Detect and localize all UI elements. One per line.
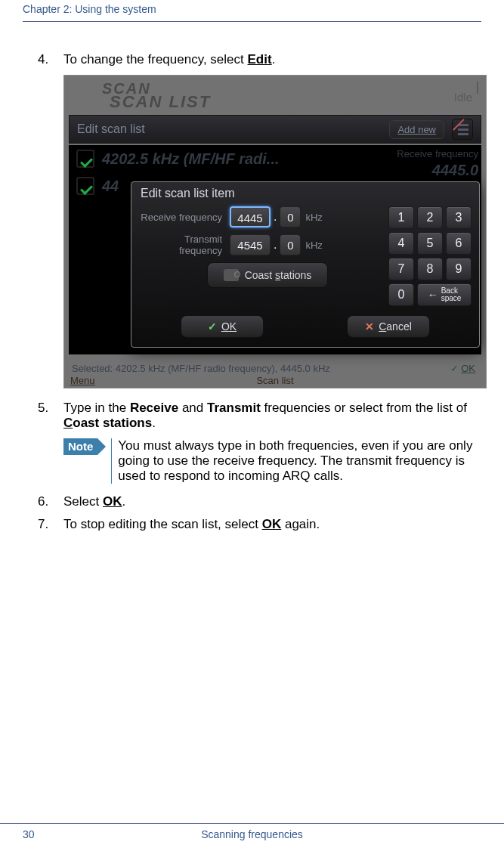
key-8[interactable]: 8: [417, 258, 443, 280]
step-body: To change the frequency, select Edit.: [63, 52, 481, 67]
dot: .: [274, 210, 277, 224]
numeric-keypad: 1 2 3 4 5 6 7 8 9 0 ← Backspace: [388, 206, 472, 306]
ok-keyword: OK: [103, 494, 122, 509]
checkbox-checked-icon[interactable]: [76, 177, 94, 195]
step-body: Type in the Receive and Transmit frequen…: [63, 401, 481, 431]
edit-keyword: Edit: [248, 52, 272, 67]
list-item-label: 44: [102, 178, 119, 195]
page-content: 4. To change the frequency, select Edit.…: [0, 22, 504, 532]
cancel-label: Cancel: [379, 320, 412, 333]
transmit-frequency-row: Transmit frequency 4545 . 0 kHz: [139, 234, 376, 256]
coast-stations-icon: [224, 269, 239, 281]
rx-decimal-input[interactable]: 0: [280, 206, 301, 227]
text: .: [152, 416, 156, 430]
key-backspace[interactable]: ← Backspace: [417, 283, 472, 306]
list-item-label: 4202.5 kHz (MF/HF radi...: [102, 150, 280, 168]
tx-main-input[interactable]: 4545: [230, 234, 271, 255]
page-footer: 30 Scanning frequencies: [0, 823, 504, 840]
edit-scan-list-item-dialog: Edit scan list item Receive frequency 44…: [131, 181, 480, 348]
cancel-button[interactable]: ✕ Cancel: [347, 315, 430, 338]
receive-keyword: Receive: [130, 401, 178, 415]
ghost-rx-value: 4445.0: [432, 162, 478, 179]
scanlist-softkey[interactable]: Scan list: [256, 375, 293, 386]
coast-keyword: Coast stations: [63, 416, 152, 430]
rx-main-input[interactable]: 4445: [230, 206, 271, 227]
ok-label: OK: [221, 320, 237, 333]
key-6[interactable]: 6: [446, 232, 472, 255]
status-idle: Idle: [454, 91, 472, 104]
key-4[interactable]: 4: [388, 232, 414, 255]
unit-khz: kHz: [305, 212, 322, 223]
key-3[interactable]: 3: [446, 206, 472, 229]
footer-title: Scanning frequencies: [201, 828, 303, 840]
ghost-rx-label: Receive frequency: [397, 148, 478, 159]
note-block: Note You must always type in both freque…: [63, 438, 481, 484]
step-7: 7. To stop editing the scan list, select…: [38, 517, 481, 532]
x-icon: ✕: [365, 320, 374, 333]
antenna-icon: [474, 82, 481, 101]
ok-keyword: OK: [262, 517, 282, 531]
menu-softkey[interactable]: Menu: [70, 375, 95, 386]
step-6: 6. Select OK.: [38, 494, 481, 509]
key-0[interactable]: 0: [388, 283, 414, 306]
key-9[interactable]: 9: [446, 258, 472, 280]
backspace-arrow-icon: ←: [428, 289, 438, 301]
text: frequencies or select from the list of: [261, 401, 467, 415]
ok-button[interactable]: ✓ OK: [181, 315, 264, 338]
text: To change the frequency, select: [63, 52, 248, 67]
step-number: 7.: [38, 517, 63, 532]
key-1[interactable]: 1: [388, 206, 414, 229]
selection-status: Selected: 4202.5 kHz (MF/HF radio freque…: [72, 363, 478, 374]
dot: .: [274, 238, 277, 252]
rx-label: Receive frequency: [139, 212, 228, 223]
tx-decimal-input[interactable]: 0: [280, 234, 301, 255]
selected-value: 4202.5 kHz (MF/HF radio frequency), 4445…: [116, 363, 330, 374]
bg-scanlist-label: SCAN LIST: [110, 92, 211, 112]
edit-scan-list-bar: Edit scan list Add new: [69, 115, 481, 144]
text: again.: [281, 517, 320, 531]
step-number: 5.: [38, 401, 63, 431]
unit-khz: kHz: [305, 240, 322, 251]
selected-label: Selected:: [72, 363, 113, 374]
page-number: 30: [23, 828, 35, 840]
chapter-header: Chapter 2: Using the system: [0, 0, 504, 21]
text: Type in the: [63, 401, 130, 415]
step-5: 5. Type in the Receive and Transmit freq…: [38, 401, 481, 431]
key-2[interactable]: 2: [417, 206, 443, 229]
text: and: [178, 401, 207, 415]
step-body: To stop editing the scan list, select OK…: [63, 517, 481, 532]
check-icon: ✓: [208, 320, 217, 333]
note-tag: Note: [63, 438, 97, 455]
tx-label: Transmit frequency: [139, 234, 228, 256]
note-text: You must always type in both frequencies…: [111, 438, 481, 484]
text: .: [272, 52, 276, 67]
step-number: 6.: [38, 494, 63, 509]
transmit-keyword: Transmit: [207, 401, 261, 415]
ok-ghost[interactable]: OK: [450, 363, 475, 374]
editbar-title: Edit scan list: [77, 122, 145, 136]
text: .: [122, 494, 125, 509]
key-7[interactable]: 7: [388, 258, 414, 280]
coast-stations-label: Coast stations: [245, 269, 312, 281]
dialog-title: Edit scan list item: [131, 182, 479, 205]
coast-stations-button[interactable]: Coast stations: [207, 262, 328, 288]
key-5[interactable]: 5: [417, 232, 443, 255]
list-disable-icon[interactable]: [452, 119, 473, 140]
text: Select: [63, 494, 103, 509]
receive-frequency-row: Receive frequency 4445 . 0 kHz: [139, 206, 376, 227]
device-screenshot: SCAN SCAN LIST Idle Edit scan list Add n…: [63, 75, 487, 388]
text: To stop editing the scan list, select: [63, 517, 262, 531]
step-body: Select OK.: [63, 494, 481, 509]
backspace-label: Backspace: [441, 287, 462, 302]
step-number: 4.: [38, 52, 63, 67]
step-4: 4. To change the frequency, select Edit.: [38, 52, 481, 67]
add-new-button[interactable]: Add new: [389, 120, 444, 139]
checkbox-checked-icon[interactable]: [76, 150, 94, 168]
